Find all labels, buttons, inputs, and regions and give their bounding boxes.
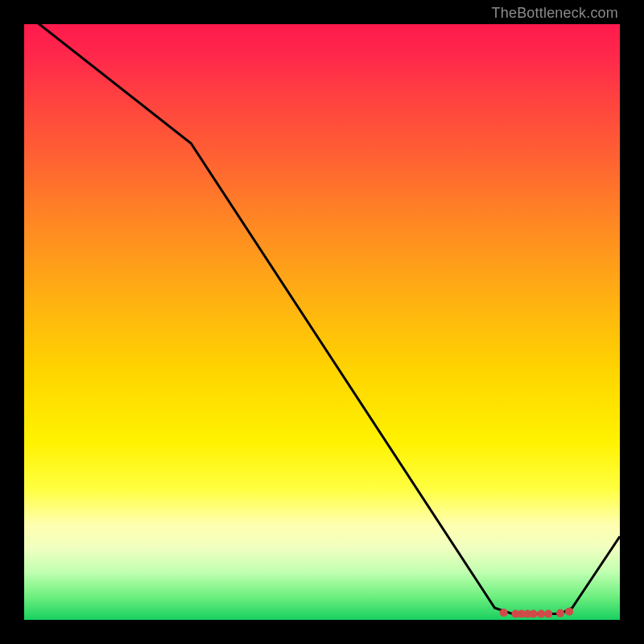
chart-frame: TheBottleneck.com bbox=[0, 0, 644, 644]
marker-dot bbox=[500, 609, 508, 617]
chart-svg bbox=[24, 24, 620, 620]
marker-dot bbox=[537, 610, 545, 618]
curve-path bbox=[24, 24, 620, 614]
marker-dot bbox=[544, 610, 552, 618]
marker-dot bbox=[530, 610, 538, 618]
line-series bbox=[24, 24, 620, 614]
marker-dot bbox=[565, 608, 573, 616]
watermark-text: TheBottleneck.com bbox=[492, 5, 618, 22]
marker-dot bbox=[556, 609, 564, 617]
plot-area bbox=[24, 24, 620, 620]
